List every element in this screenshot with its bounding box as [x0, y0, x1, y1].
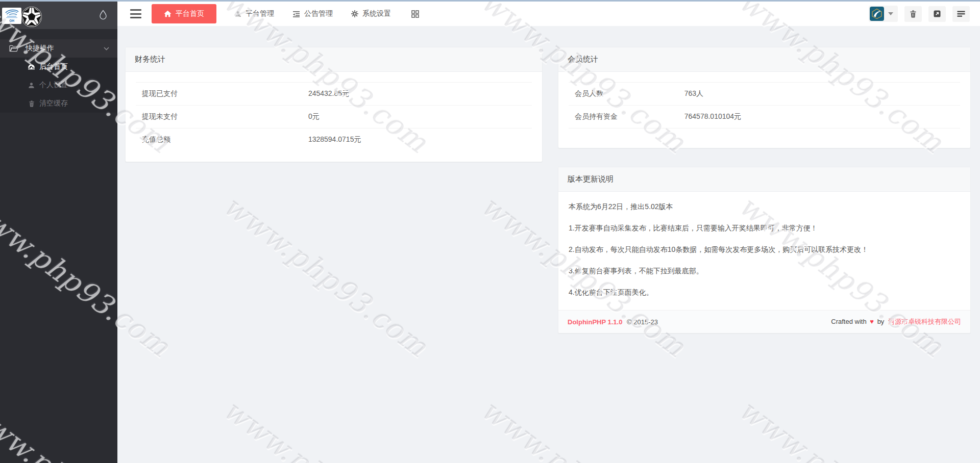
sidebar-item-label: 清空缓存 [39, 99, 68, 108]
dashboard-icon [28, 63, 35, 71]
clear-cache-button[interactable] [904, 6, 922, 22]
sidebar-menu: 后台首页 个人设置 [0, 58, 117, 113]
table-row: 提现未支付0元 [136, 106, 532, 128]
soccer-ball-icon [21, 7, 42, 27]
card-title: 财务统计 [126, 47, 542, 72]
main-column: 平台首页 平台管理 [117, 0, 980, 463]
stat-value: 764578.010104元 [678, 106, 960, 128]
left-column: 财务统计 提现已支付245432.85元提现未支付0元充值总额1328594.0… [125, 47, 543, 463]
heart-icon: ♥ [870, 318, 874, 325]
logo-link[interactable]: GH [0, 0, 117, 29]
crafted-text: Crafted with [831, 318, 866, 325]
sidebar-section-label: 快捷操作 [26, 44, 54, 53]
stat-value: 0元 [302, 106, 532, 128]
version-notes-body: 本系统为6月22日，推出5.02版本1.开发赛事自动采集发布，比赛结束后，只需要… [558, 192, 970, 310]
apps-grid-icon[interactable] [411, 10, 419, 18]
external-link-icon [933, 10, 941, 18]
top-accent-line [0, 0, 980, 2]
sidebar-section-quick-actions[interactable]: 快捷操作 [0, 39, 117, 58]
card-title: 会员统计 [558, 47, 970, 72]
finance-stats-card: 财务统计 提现已支付245432.85元提现未支付0元充值总额1328594.0… [125, 47, 543, 162]
crafted-by-text: by [877, 318, 885, 325]
navbar-right-tools [869, 6, 970, 22]
stat-label: 充值总额 [136, 128, 302, 151]
bars-icon [957, 11, 965, 17]
user-icon [235, 11, 241, 17]
footer-right: Crafted with ♥ by 河源市卓锐科技有限公司 [831, 317, 961, 326]
version-notes-card: 版本更新说明 本系统为6月22日，推出5.02版本1.开发赛事自动采集发布，比赛… [558, 167, 971, 333]
trash-icon [28, 100, 35, 108]
version-paragraph: 1.开发赛事自动采集发布，比赛结束后，只需要输入开奖结果即可，非常方便！ [569, 223, 960, 233]
sidebar-item-label: 后台首页 [39, 62, 68, 71]
nav-item-platform-manage[interactable]: 平台管理 [235, 9, 274, 18]
table-row: 提现已支付245432.85元 [136, 83, 532, 106]
footer-left: DolphinPHP 1.1.0 © 2015-23 [568, 318, 658, 326]
stat-label: 会员持有资金 [569, 106, 678, 128]
member-stats-card: 会员统计 会员人数763人会员持有资金764578.010104元 [558, 47, 971, 148]
droplet-icon[interactable] [99, 10, 107, 20]
member-stats-table: 会员人数763人会员持有资金764578.010104元 [569, 82, 960, 128]
table-row: 会员持有资金764578.010104元 [569, 106, 960, 128]
app-root: GH [0, 0, 980, 463]
card-title: 版本更新说明 [558, 167, 970, 192]
sidebar-item-clear-cache[interactable]: 清空缓存 [0, 94, 117, 113]
sidebar-item-label: 个人设置 [39, 81, 68, 90]
list-icon [292, 11, 300, 17]
gear-icon [351, 10, 358, 17]
nav-item-label: 公告管理 [304, 9, 333, 18]
folder-open-icon [9, 45, 18, 52]
caret-down-icon [888, 12, 893, 15]
nav-item-system-settings[interactable]: 系统设置 [351, 9, 391, 18]
finance-stats-table: 提现已支付245432.85元提现未支付0元充值总额1328594.0715元 [136, 82, 532, 151]
top-navbar: 平台首页 平台管理 [117, 0, 980, 26]
stat-value: 763人 [678, 83, 960, 106]
version-paragraph: 本系统为6月22日，推出5.02版本 [569, 202, 960, 212]
sidebar-item-dashboard[interactable]: 后台首页 [0, 58, 117, 76]
table-row: 会员人数763人 [569, 83, 960, 106]
avatar [870, 7, 884, 21]
right-column: 会员统计 会员人数763人会员持有资金764578.010104元 版本更新说明… [558, 47, 971, 463]
nav-item-announcements[interactable]: 公告管理 [292, 9, 333, 18]
brand-name: DolphinPHP 1.1.0 [568, 318, 622, 326]
stat-label: 会员人数 [569, 83, 678, 106]
site-logo: GH [2, 8, 21, 24]
stat-label: 提现未支付 [136, 106, 302, 128]
sidebar-item-profile-settings[interactable]: 个人设置 [0, 76, 117, 94]
card-body: 会员人数763人会员持有资金764578.010104元 [558, 72, 970, 148]
external-link-button[interactable] [928, 6, 946, 22]
nav-item-label: 平台管理 [246, 9, 274, 18]
sidebar-toggle-button[interactable] [130, 9, 141, 18]
stat-value: 245432.85元 [302, 83, 532, 106]
table-row: 充值总额1328594.0715元 [136, 128, 532, 151]
sidebar: GH [0, 0, 117, 463]
stat-label: 提现已支付 [136, 83, 302, 106]
version-paragraph: 3.修复前台赛事列表，不能下拉到最底部。 [569, 266, 960, 276]
card-body: 提现已支付245432.85元提现未支付0元充值总额1328594.0715元 [126, 72, 542, 162]
version-paragraph: 4.优化前台下注页面美化。 [569, 288, 960, 297]
card-footer: DolphinPHP 1.1.0 © 2015-23 Crafted with … [558, 310, 970, 333]
user-menu-button[interactable] [869, 6, 898, 22]
chevron-down-icon [104, 47, 109, 50]
stat-value: 1328594.0715元 [302, 128, 532, 151]
copyright-text: © 2015-23 [627, 318, 658, 326]
content-area: 财务统计 提现已支付245432.85元提现未支付0元充值总额1328594.0… [117, 26, 980, 463]
company-link[interactable]: 河源市卓锐科技有限公司 [888, 318, 961, 325]
user-icon [28, 82, 35, 89]
home-icon [164, 10, 172, 17]
nav-item-label: 系统设置 [362, 9, 391, 18]
svg-text:GH: GH [9, 19, 14, 22]
nav-item-label: 平台首页 [176, 9, 204, 18]
trash-icon [910, 10, 917, 18]
log-list-button[interactable] [952, 6, 970, 22]
version-paragraph: 2.自动发布，每次只能自动发布10条数据，如需每次发布更多场次，购买后可以联系技… [569, 245, 960, 254]
bird-logo-icon: GH [3, 8, 20, 23]
nav-item-platform-home[interactable]: 平台首页 [152, 4, 216, 23]
